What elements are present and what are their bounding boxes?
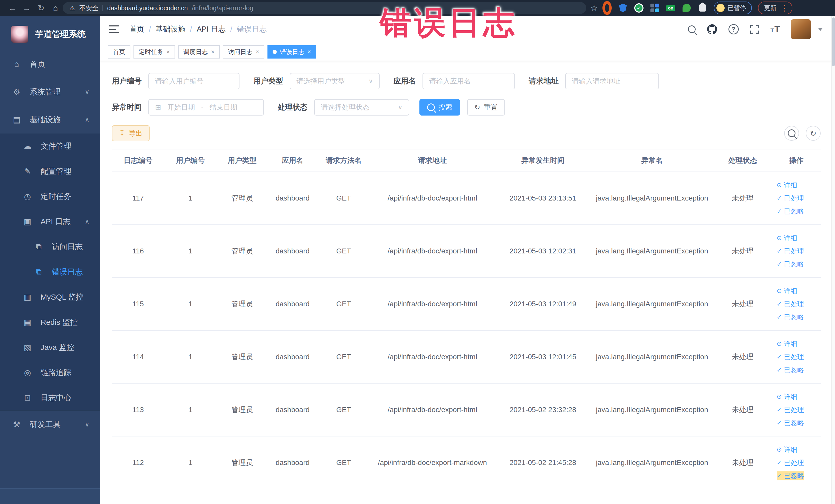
op-ignored-link[interactable]: ✓ 已忽略: [777, 366, 804, 375]
tab-access-log[interactable]: 访问日志 ×: [223, 45, 264, 59]
browser-menu-kebab-icon[interactable]: ⋮: [780, 4, 788, 13]
op-ignored-link[interactable]: ✓ 已忽略: [777, 471, 804, 480]
op-processed-link[interactable]: ✓ 已处理: [777, 352, 804, 362]
sidebar-item-system-management[interactable]: ⚙ 系统管理 ∨: [0, 78, 100, 106]
sidebar-item-java-monitor[interactable]: ▧ Java 监控: [0, 335, 100, 360]
sidebar-item-trace[interactable]: ◎ 链路追踪: [0, 360, 100, 385]
github-icon[interactable]: [707, 24, 718, 35]
search-icon[interactable]: [688, 25, 696, 33]
page-scrollbar[interactable]: [831, 16, 835, 504]
refresh-table-button[interactable]: ↻: [806, 126, 821, 141]
toggle-search-button[interactable]: [784, 126, 799, 141]
browser-home-icon[interactable]: ⌂: [48, 3, 63, 13]
tab-scheduled-jobs[interactable]: 定时任务 ×: [134, 45, 175, 59]
extension-grid-icon[interactable]: [650, 3, 659, 13]
extension-leaf-icon[interactable]: [682, 3, 691, 13]
exception-name-cell: java.lang.IllegalArgumentException: [591, 406, 713, 414]
tab-home[interactable]: 首页: [108, 45, 130, 59]
user-id-input[interactable]: [148, 73, 240, 89]
reset-button[interactable]: ↻ 重置: [467, 99, 505, 116]
process-status-cell: 未处理: [713, 405, 772, 415]
sidebar-item-infrastructure[interactable]: ▤ 基础设施 ∧: [0, 106, 100, 134]
request-url-input[interactable]: [565, 73, 659, 89]
sidebar-item-config-management[interactable]: ✎ 配置管理: [0, 159, 100, 184]
sidebar-item-access-log[interactable]: ⧉ 访问日志: [0, 234, 100, 259]
breadcrumb-api-log[interactable]: API 日志: [197, 24, 226, 35]
op-processed-link[interactable]: ✓ 已处理: [777, 405, 804, 415]
sidebar-logo[interactable]: 芋道管理系统: [0, 16, 100, 50]
op-processed-link[interactable]: ✓ 已处理: [777, 458, 804, 467]
tab-error-log[interactable]: 错误日志 ×: [267, 45, 316, 59]
tab-schedule-log[interactable]: 调度日志 ×: [178, 45, 220, 59]
op-ignored-link[interactable]: ✓ 已忽略: [777, 260, 804, 269]
sidebar: 芋道管理系统 ⌂ 首页 ⚙ 系统管理 ∨ ▤ 基础设施 ∧ ☁ 文件管理 ✎: [0, 16, 100, 504]
url-path: /infra/log/api-error-log: [192, 4, 253, 12]
close-icon[interactable]: ×: [256, 48, 259, 56]
user-type-select[interactable]: 请选择用户类型 ∨: [290, 73, 380, 89]
breadcrumb-infrastructure[interactable]: 基础设施: [156, 24, 185, 35]
sidebar-item-file-management[interactable]: ☁ 文件管理: [0, 134, 100, 159]
avatar-caret-down-icon[interactable]: [818, 28, 823, 31]
operations-cell: ⊙ 详细 ✓ 已处理 ✓ 已忽略: [772, 181, 821, 216]
op-detail-link[interactable]: ⊙ 详细: [777, 445, 797, 454]
process-status-select[interactable]: 请选择处理状态 ∨: [314, 99, 409, 116]
sidebar-item-scheduled-jobs[interactable]: ◷ 定时任务: [0, 184, 100, 209]
op-processed-link[interactable]: ✓ 已处理: [777, 247, 804, 256]
process-status-cell: 未处理: [713, 299, 772, 309]
extension-on-badge-icon[interactable]: on: [666, 3, 675, 13]
sidebar-item-redis-monitor[interactable]: ▦ Redis 监控: [0, 310, 100, 335]
sidebar-item-home[interactable]: ⌂ 首页: [0, 50, 100, 78]
op-ignored-link[interactable]: ✓ 已忽略: [777, 207, 804, 216]
operations-cell: ⊙ 详细 ✓ 已处理 ✓ 已忽略: [772, 339, 821, 375]
op-ignored-link[interactable]: ✓ 已忽略: [777, 419, 804, 427]
sidebar-item-error-log[interactable]: ⧉ 错误日志: [0, 259, 100, 284]
extensions-puzzle-icon[interactable]: [698, 3, 707, 13]
op-processed-link[interactable]: ✓ 已处理: [777, 300, 804, 309]
op-detail-link[interactable]: ⊙ 详细: [777, 181, 797, 190]
op-ignored-link[interactable]: ✓ 已忽略: [777, 313, 804, 322]
bookmark-star-icon[interactable]: ☆: [590, 3, 598, 13]
help-icon[interactable]: ?: [729, 24, 739, 35]
app-name-input[interactable]: [423, 73, 515, 89]
sidebar-item-mysql-monitor[interactable]: ▥ MySQL 监控: [0, 284, 100, 310]
address-bar[interactable]: ⚠ 不安全 dashboard.yudao.iocoder.cn/infra/l…: [63, 2, 586, 14]
user-avatar[interactable]: [791, 19, 811, 39]
browser-reload-icon[interactable]: ↻: [34, 3, 48, 13]
close-icon[interactable]: ×: [307, 48, 311, 56]
exception-time-range-picker[interactable]: ⊞ 开始日期 - 结束日期: [148, 99, 264, 116]
breadcrumb: 首页 / 基础设施 / API 日志 / 错误日志: [129, 24, 267, 35]
extension-orange-donut-icon[interactable]: [603, 3, 612, 13]
export-button[interactable]: ↧ 导出: [112, 125, 150, 141]
close-icon[interactable]: ×: [211, 48, 215, 56]
start-date-placeholder: 开始日期: [167, 103, 195, 112]
search-button[interactable]: 搜索: [420, 99, 460, 116]
browser-forward-icon[interactable]: →: [20, 3, 34, 13]
op-detail-link[interactable]: ⊙ 详细: [777, 286, 797, 296]
extension-blue-shield-icon[interactable]: [618, 3, 628, 13]
sidebar-item-api-log[interactable]: ▣ API 日志 ∧: [0, 209, 100, 234]
profile-paused-chip[interactable]: 已暂停: [714, 2, 752, 14]
hamburger-icon[interactable]: [109, 25, 119, 33]
exception-name-cell: java.lang.IllegalArgumentException: [591, 247, 713, 255]
eye-icon: ◎: [22, 368, 33, 378]
op-processed-link[interactable]: ✓ 已处理: [777, 194, 804, 203]
exception-name-cell: java.lang.IllegalArgumentException: [591, 353, 713, 361]
browser-back-icon[interactable]: ←: [5, 3, 20, 13]
extension-green-check-icon[interactable]: ✓: [634, 3, 644, 13]
close-icon[interactable]: ×: [166, 48, 170, 56]
page-content: 用户编号 用户类型 请选择用户类型 ∨ 应用名 请求地址 异常时间 ⊞ 开始日期…: [100, 61, 831, 489]
op-detail-link[interactable]: ⊙ 详细: [777, 392, 797, 401]
op-detail-link[interactable]: ⊙ 详细: [777, 339, 797, 348]
browser-update-button[interactable]: 更新 ⋮: [758, 2, 792, 14]
download-icon: ↧: [119, 129, 125, 137]
op-detail-link[interactable]: ⊙ 详细: [777, 234, 797, 243]
request-url-cell: /api/infra/db-doc/export-html: [370, 247, 495, 255]
sidebar-item-dev-tools[interactable]: ⚒ 研发工具 ∨: [0, 410, 100, 438]
column-header: 操作: [772, 156, 821, 165]
sidebar-item-log-center[interactable]: ⊡ 日志中心: [0, 385, 100, 410]
font-size-icon[interactable]: TT: [771, 24, 780, 35]
fullscreen-icon[interactable]: [750, 24, 760, 35]
scrollbar-thumb[interactable]: [832, 18, 835, 66]
op-processed-label: 已处理: [784, 405, 804, 415]
breadcrumb-home[interactable]: 首页: [129, 24, 144, 35]
